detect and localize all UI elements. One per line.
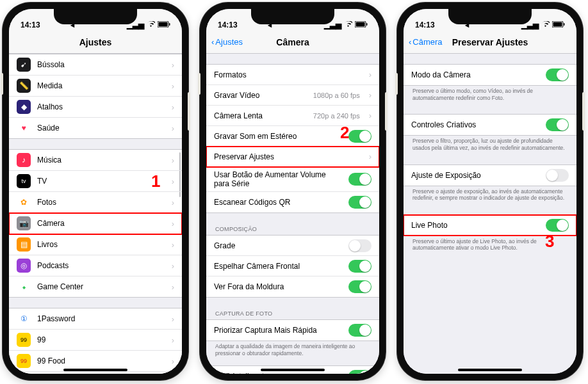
home-indicator[interactable] <box>261 369 325 371</box>
settings-content[interactable]: ➹Bússola›📏Medida›◆Atalhos›♥Saúde› ♪Músic… <box>9 54 182 374</box>
app-icon: tv <box>17 174 31 188</box>
setting-row-c-mera-lenta[interactable]: Câmera Lenta720p a 240 fps› <box>206 106 379 126</box>
preserve-settings-content[interactable]: Modo da CâmeraPreserve o último modo, co… <box>404 54 576 374</box>
settings-row-música[interactable]: ♪Música› <box>9 150 182 171</box>
wifi-icon <box>147 20 155 29</box>
row-label: Gravar Vídeo <box>214 91 307 100</box>
home-indicator[interactable] <box>458 369 522 371</box>
chevron-right-icon: › <box>172 198 174 207</box>
row-detail: 1080p a 60 fps <box>313 92 360 99</box>
row-detail: 720p a 240 fps <box>313 112 360 120</box>
chevron-right-icon: › <box>172 335 174 345</box>
row-label: Fotos <box>37 198 163 207</box>
settings-row-saúde[interactable]: ♥Saúde› <box>9 118 182 138</box>
settings-row-medida[interactable]: 📏Medida› <box>9 76 182 97</box>
settings-row-podcasts[interactable]: ◎Podcasts› <box>9 255 182 276</box>
toggle-switch[interactable] <box>348 280 372 293</box>
row-label: Podcasts <box>37 261 163 270</box>
settings-row-game-center[interactable]: ⬥Game Center› <box>9 276 182 297</box>
setting-row-grade[interactable]: Grade <box>206 236 379 256</box>
row-label: 99 Food <box>37 356 163 365</box>
row-label: Formatos <box>214 70 360 79</box>
chevron-right-icon: › <box>172 219 174 228</box>
chevron-left-icon: ‹ <box>211 37 214 47</box>
setting-row-preservar-ajustes[interactable]: Preservar Ajustes› <box>206 147 379 167</box>
phone-2: 14:13 ◂ ▁▃▅ ‹ Ajustes Câmera Formatos›Gr… <box>200 3 386 380</box>
toggle-switch[interactable] <box>348 173 372 186</box>
nav-bar: ‹ Câmera Preservar Ajustes <box>404 31 576 54</box>
app-icon: ◎ <box>17 259 31 273</box>
settings-row-99[interactable]: 9999› <box>9 330 182 351</box>
row-label: Ver Fora da Moldura <box>214 282 342 291</box>
row-label: Escanear Códigos QR <box>214 198 342 207</box>
settings-row-amazon[interactable]: aAmazon› <box>9 372 182 374</box>
chevron-right-icon: › <box>172 282 174 292</box>
row-label: Câmera Lenta <box>214 111 307 120</box>
back-button[interactable]: ‹ Câmera <box>409 37 443 47</box>
chevron-right-icon: › <box>369 70 372 79</box>
toggle-switch[interactable] <box>546 68 569 81</box>
chevron-right-icon: › <box>172 177 174 186</box>
setting-row-gravar-som-em-est-reo[interactable]: Gravar Som em Estéreo <box>206 126 379 147</box>
toggle-switch[interactable] <box>348 196 372 209</box>
toggle-switch[interactable] <box>348 130 372 143</box>
setting-row-gravar-v-deo[interactable]: Gravar Vídeo1080p a 60 fps› <box>206 85 379 106</box>
row-footer: Preserve o último ajuste de Live Photo, … <box>404 236 576 254</box>
svg-rect-8 <box>564 23 565 26</box>
nav-bar: Ajustes <box>9 31 182 54</box>
settings-row-atalhos[interactable]: ◆Atalhos› <box>9 97 182 118</box>
row-label: Usar Botão de Aumentar Volume para Série <box>214 170 342 188</box>
row-label: Priorizar Captura Mais Rápida <box>214 326 342 335</box>
setting-row-modo-da-c-mera[interactable]: Modo da Câmera <box>404 65 576 85</box>
setting-row-ajuste-de-exposi-o[interactable]: Ajuste de Exposição <box>404 165 576 186</box>
app-icon: ① <box>17 312 31 326</box>
row-label: TV <box>37 177 163 186</box>
chevron-right-icon: › <box>172 81 174 91</box>
row-label: Game Center <box>37 282 163 291</box>
back-button[interactable]: ‹ Ajustes <box>211 37 243 47</box>
toggle-switch[interactable] <box>348 239 372 252</box>
setting-row-controles-criativos[interactable]: Controles Criativos <box>404 115 576 135</box>
chevron-right-icon: › <box>172 240 174 250</box>
setting-row-espelhar-c-mera-frontal[interactable]: Espelhar Câmera Frontal <box>206 256 379 276</box>
row-label: Modo da Câmera <box>411 70 539 79</box>
setting-row-priorizar-captura-mais-r-pida[interactable]: Priorizar Captura Mais Rápida <box>206 320 379 340</box>
nav-bar: ‹ Ajustes Câmera <box>206 31 379 54</box>
row-label: Gravar Som em Estéreo <box>214 132 342 141</box>
battery-icon <box>355 20 368 29</box>
settings-row-livros[interactable]: ▤Livros› <box>9 234 182 255</box>
camera-settings-content[interactable]: Formatos›Gravar Vídeo1080p a 60 fps›Câme… <box>206 54 379 374</box>
setting-row-formatos[interactable]: Formatos› <box>206 65 379 85</box>
toggle-switch[interactable] <box>348 324 372 337</box>
toggle-switch[interactable] <box>546 118 569 131</box>
notch <box>448 9 532 24</box>
toggle-switch[interactable] <box>348 260 372 273</box>
setting-row-usar-bot-o-de-aumentar-volume-para-s-rie[interactable]: Usar Botão de Aumentar Volume para Série <box>206 167 379 192</box>
wifi-icon <box>541 20 550 29</box>
notch <box>251 9 334 24</box>
settings-row-câmera[interactable]: 📷Câmera› <box>9 213 182 234</box>
settings-row-1password[interactable]: ①1Password› <box>9 308 182 330</box>
toggle-switch[interactable] <box>348 370 372 374</box>
chevron-right-icon: › <box>172 156 174 165</box>
screen-1: 14:13 ◂ ▁▃▅ Ajustes ➹Bússola›📏Medida›◆At… <box>9 9 182 374</box>
settings-row-tv[interactable]: tvTV› <box>9 171 182 192</box>
setting-row-escanear-c-digos-qr[interactable]: Escanear Códigos QR <box>206 192 379 212</box>
row-label: Câmera <box>37 219 163 228</box>
row-label: HDR Inteligente <box>214 372 342 374</box>
settings-row-bússola[interactable]: ➹Bússola› <box>9 54 182 76</box>
settings-row-fotos[interactable]: ✿Fotos› <box>9 192 182 213</box>
toggle-switch[interactable] <box>546 169 569 182</box>
row-label: Atalhos <box>37 102 163 111</box>
setting-row-ver-fora-da-moldura[interactable]: Ver Fora da Moldura <box>206 276 379 297</box>
toggle-switch[interactable] <box>546 219 569 232</box>
setting-row-live-photo[interactable]: Live Photo <box>404 215 576 236</box>
row-label: 1Password <box>37 314 163 323</box>
home-indicator[interactable] <box>63 369 127 371</box>
battery-icon <box>552 20 565 29</box>
status-time: 14:13 <box>20 20 40 29</box>
svg-rect-5 <box>366 23 368 26</box>
section-header-capture: CAPTURA DE FOTO <box>206 308 379 319</box>
row-label: Controles Criativos <box>411 120 539 129</box>
app-icon: ◆ <box>17 100 31 114</box>
